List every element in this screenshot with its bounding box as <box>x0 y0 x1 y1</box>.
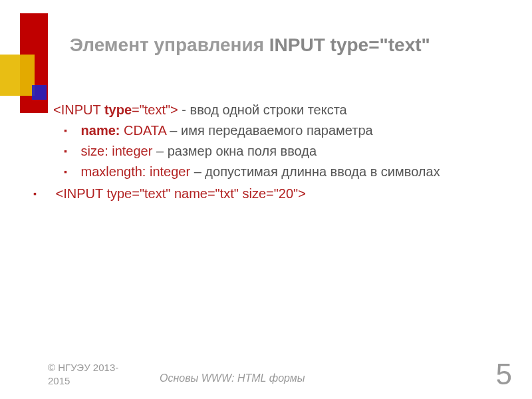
decoration-yellow-block <box>0 55 35 96</box>
footer-copyright: © НГУЭУ 2013- 2015 <box>48 361 118 387</box>
attributes-list: name: CDATA – имя передаваемого параметр… <box>64 120 505 182</box>
title-prefix: Элемент управления <box>70 35 269 55</box>
decoration-blue-block <box>32 85 47 100</box>
example-code-item: <INPUT type="text" name="txt" size="20"> <box>33 184 505 204</box>
title-bold: INPUT type="text" <box>269 35 430 55</box>
attr-size: size: integer – размер окна поля ввода <box>64 141 505 162</box>
tag-open: <INPUT type="text"> <box>53 102 178 117</box>
attr-name: name: CDATA – имя передаваемого параметр… <box>64 120 505 141</box>
page-number: 5 <box>496 358 512 391</box>
attr-maxlength: maxlength: integer – допустимая длинна в… <box>64 162 505 182</box>
input-def-desc: - ввод одной строки текста <box>178 102 347 117</box>
slide-title: Элемент управления INPUT type="text" <box>70 35 430 56</box>
footer-subtitle: Основы WWW: HTML формы <box>160 372 305 384</box>
example-line: <INPUT type="text" name="txt" size="20"> <box>33 184 505 204</box>
slide-body: <INPUT type="text"> - ввод одной строки … <box>40 100 505 204</box>
example-code: <INPUT type="text" name="txt" size="20"> <box>56 186 306 201</box>
input-def-line: <INPUT type="text"> - ввод одной строки … <box>53 100 505 120</box>
